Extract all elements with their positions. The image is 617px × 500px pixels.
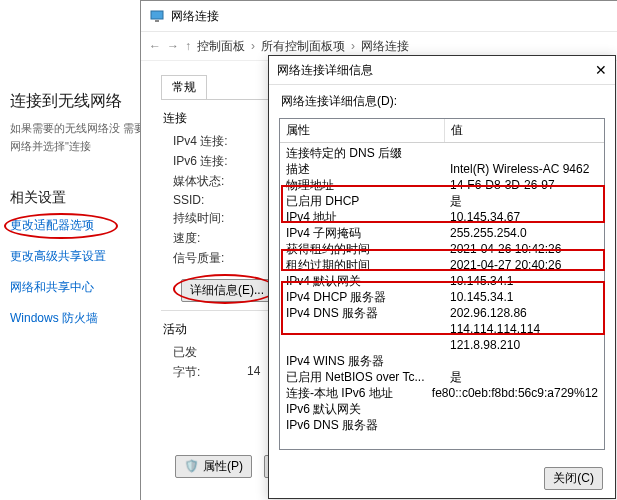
titlebar: 网络连接 [141,1,617,32]
details-property: IPv4 默认网关 [280,273,444,289]
details-row[interactable]: IPv6 DNS 服务器 [280,417,604,433]
details-row[interactable]: IPv4 默认网关10.145.34.1 [280,273,604,289]
details-row[interactable]: IPv6 默认网关 [280,401,604,417]
value-bytes: 14 [247,364,260,381]
details-property: 物理地址 [280,177,444,193]
details-row[interactable]: 已启用 NetBIOS over Tc...是 [280,369,604,385]
label-bytes: 字节: [173,364,243,381]
close-icon[interactable]: ✕ [595,62,607,78]
details-value: 10.145.34.67 [444,209,604,225]
windows-firewall-link[interactable]: Windows 防火墙 [10,310,160,327]
details-row[interactable]: 连接特定的 DNS 后缀 [280,145,604,161]
details-row[interactable]: 租约过期的时间2021-04-27 20:40:26 [280,257,604,273]
details-property: 获得租约的时间 [280,241,444,257]
details-row[interactable]: 连接-本地 IPv6 地址fe80::c0eb:f8bd:56c9:a729%1… [280,385,604,401]
details-property: IPv4 DNS 服务器 [280,305,444,321]
details-value: 10.145.34.1 [444,273,604,289]
details-property: IPv6 DNS 服务器 [280,417,444,433]
details-row[interactable]: 121.8.98.210 [280,337,604,353]
label-ipv6-conn: IPv6 连接: [173,153,243,170]
adapter-options-link[interactable]: 更改适配器选项 [10,217,160,234]
details-property: IPv4 DHCP 服务器 [280,289,444,305]
details-value: fe80::c0eb:f8bd:56c9:a729%12 [426,385,604,401]
properties-button[interactable]: 🛡️属性(P) [175,455,252,478]
details-value: 14-F6-D8-3D-26-97 [444,177,604,193]
chevron-right-icon: › [251,39,255,53]
details-value: 是 [444,369,604,385]
dialog-title: 网络连接详细信息 [277,62,373,79]
details-property [280,337,444,353]
details-property [280,321,444,337]
details-row[interactable]: IPv4 子网掩码255.255.254.0 [280,225,604,241]
help-text: 如果需要的无线网络没 需要的网络并选择"连接 [10,120,160,155]
network-icon [149,8,165,24]
details-row[interactable]: IPv4 DHCP 服务器10.145.34.1 [280,289,604,305]
tab-general[interactable]: 常规 [161,75,207,99]
breadcrumb-segment[interactable]: 网络连接 [361,38,409,55]
details-property: IPv4 地址 [280,209,444,225]
label-ipv4-conn: IPv4 连接: [173,133,243,150]
details-row[interactable]: 获得租约的时间2021-04-26 10:42:26 [280,241,604,257]
label-signal: 信号质量: [173,250,243,267]
breadcrumb-segment[interactable]: 所有控制面板项 [261,38,345,55]
details-value [444,353,604,369]
column-header-property[interactable]: 属性 [280,119,445,142]
dialog-subtitle: 网络连接详细信息(D): [269,85,615,114]
details-value: 255.255.254.0 [444,225,604,241]
details-value: 114.114.114.114 [444,321,604,337]
close-button[interactable]: 关闭(C) [544,467,603,490]
details-value: 2021-04-26 10:42:26 [444,241,604,257]
svg-rect-1 [155,20,159,22]
details-listview[interactable]: 属性 值 连接特定的 DNS 后缀描述Intel(R) Wireless-AC … [279,118,605,450]
details-row[interactable]: IPv4 地址10.145.34.67 [280,209,604,225]
svg-rect-0 [151,11,163,19]
details-row[interactable]: 已启用 DHCP是 [280,193,604,209]
details-property: IPv4 子网掩码 [280,225,444,241]
label-ssid: SSID: [173,193,243,207]
details-property: 连接-本地 IPv6 地址 [280,385,426,401]
details-value [444,145,604,161]
label-media-state: 媒体状态: [173,173,243,190]
details-row[interactable]: IPv4 DNS 服务器202.96.128.86 [280,305,604,321]
network-sharing-center-link[interactable]: 网络和共享中心 [10,279,160,296]
details-property: 租约过期的时间 [280,257,444,273]
details-value [444,401,604,417]
label-duration: 持续时间: [173,210,243,227]
page-title: 连接到无线网络 [10,91,160,112]
details-property: 描述 [280,161,444,177]
details-property: 已启用 DHCP [280,193,444,209]
details-value: 121.8.98.210 [444,337,604,353]
details-value: Intel(R) Wireless-AC 9462 [444,161,604,177]
details-property: IPv4 WINS 服务器 [280,353,444,369]
breadcrumb-segment[interactable]: 控制面板 [197,38,245,55]
advanced-sharing-link[interactable]: 更改高级共享设置 [10,248,160,265]
chevron-right-icon: › [351,39,355,53]
related-settings-heading: 相关设置 [10,189,160,207]
details-row[interactable]: 物理地址14-F6-D8-3D-26-97 [280,177,604,193]
window-title: 网络连接 [171,8,610,25]
details-button[interactable]: 详细信息(E)... [181,279,273,302]
details-value: 10.145.34.1 [444,289,604,305]
dialog-titlebar: 网络连接详细信息 ✕ [269,56,615,85]
details-value: 202.96.128.86 [444,305,604,321]
label-sent: 已发 [173,344,197,361]
details-value: 2021-04-27 20:40:26 [444,257,604,273]
details-property: IPv6 默认网关 [280,401,444,417]
connection-details-dialog: 网络连接详细信息 ✕ 网络连接详细信息(D): 属性 值 连接特定的 DNS 后… [268,55,616,499]
shield-icon: 🛡️ [184,459,199,473]
details-value: 是 [444,193,604,209]
details-value [444,417,604,433]
nav-up-icon[interactable]: ↑ [185,39,191,53]
nav-back-icon[interactable]: ← [149,39,161,53]
details-row[interactable]: 114.114.114.114 [280,321,604,337]
details-row[interactable]: IPv4 WINS 服务器 [280,353,604,369]
details-property: 连接特定的 DNS 后缀 [280,145,444,161]
details-property: 已启用 NetBIOS over Tc... [280,369,444,385]
details-row[interactable]: 描述Intel(R) Wireless-AC 9462 [280,161,604,177]
nav-forward-icon[interactable]: → [167,39,179,53]
column-header-value[interactable]: 值 [445,119,604,142]
label-speed: 速度: [173,230,243,247]
